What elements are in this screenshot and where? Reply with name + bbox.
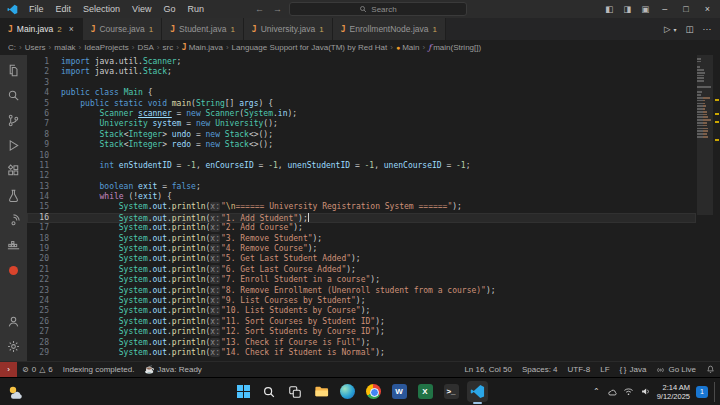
problems-indicator[interactable]: ⊘0 △6: [17, 362, 58, 377]
tray-chevron-up-icon[interactable]: ⌃: [593, 387, 600, 396]
code-line-24[interactable]: 24 System.out.println(x:"9. List Courses…: [27, 296, 696, 306]
explorer-icon[interactable]: [0, 58, 27, 83]
tab-enrollmentnode.java[interactable]: JEnrollmentNode.java1: [333, 18, 446, 40]
code-line-13[interactable]: 13 boolean exit = false;: [27, 182, 696, 192]
encoding[interactable]: UTF-8: [563, 362, 596, 377]
breadcrumb-item[interactable]: IdeaProjects: [84, 43, 128, 52]
account-icon[interactable]: [0, 309, 27, 334]
breadcrumb-item[interactable]: ƒmain(String[]): [428, 43, 481, 52]
breadcrumb-item[interactable]: C:: [8, 43, 16, 52]
global-search-input[interactable]: Search: [289, 2, 467, 16]
minimize-button[interactable]: –: [654, 0, 675, 18]
taskbar-start-icon[interactable]: [233, 381, 254, 402]
code-line-2[interactable]: 2import java.util.Stack;: [27, 67, 696, 77]
split-editor-icon[interactable]: ◫: [685, 24, 693, 34]
settings-icon[interactable]: [0, 334, 27, 359]
taskbar-word-icon[interactable]: W: [389, 381, 410, 402]
remote-indicator[interactable]: ›: [0, 362, 17, 377]
oracle-java-icon[interactable]: [0, 258, 27, 283]
cursor-position[interactable]: Ln 16, Col 50: [459, 362, 517, 377]
code-line-8[interactable]: 8 Stack<Integer> undo = new Stack<>();: [27, 130, 696, 140]
code-line-20[interactable]: 20 System.out.println(x:"5. Get Last Stu…: [27, 254, 696, 264]
taskbar-terminal-icon[interactable]: >_: [441, 381, 462, 402]
widgets-weather-icon[interactable]: [7, 384, 23, 400]
breadcrumb-item[interactable]: malak: [54, 43, 75, 52]
menu-view[interactable]: View: [126, 0, 157, 18]
toggle-panel-icon[interactable]: ◨: [618, 4, 636, 14]
code-line-19[interactable]: 19 System.out.println(x:"4. Remove Cours…: [27, 244, 696, 254]
show-desktop-button[interactable]: [714, 382, 717, 402]
breadcrumb-item[interactable]: ●Main: [396, 43, 420, 52]
code-line-3[interactable]: 3: [27, 78, 696, 88]
code-line-15[interactable]: 15 System.out.println(x:"\n====== Univer…: [27, 202, 696, 212]
run-dropdown-icon[interactable]: ▾: [673, 26, 676, 33]
taskbar-file-explorer-icon[interactable]: [311, 381, 332, 402]
code-line-4[interactable]: 4public class Main {: [27, 88, 696, 98]
minimap[interactable]: [697, 55, 713, 361]
eol-sequence[interactable]: LF: [595, 362, 614, 377]
customize-layout-icon[interactable]: ▣: [636, 4, 654, 14]
code-line-12[interactable]: 12: [27, 171, 696, 181]
code-line-27[interactable]: 27 System.out.println(x:"12. Sort Studen…: [27, 327, 696, 337]
testing-icon[interactable]: [0, 183, 27, 208]
remote-explorer-icon[interactable]: [0, 208, 27, 233]
maximize-button[interactable]: □: [675, 0, 696, 18]
nav-forward-icon[interactable]: →: [271, 4, 284, 14]
tab-university.java[interactable]: JUniversity.java1: [244, 18, 333, 40]
toggle-sidebar-icon[interactable]: ◧: [600, 4, 618, 14]
taskbar-edge-icon[interactable]: [337, 381, 358, 402]
code-line-28[interactable]: 28 System.out.println(x:"13. Check if Co…: [27, 338, 696, 348]
menu-edit[interactable]: Edit: [50, 0, 78, 18]
breadcrumb-item[interactable]: Users: [25, 43, 46, 52]
code-line-17[interactable]: 17 System.out.println(x:"2. Add Course")…: [27, 223, 696, 233]
code-line-29[interactable]: 29 System.out.println(x:"14. Check if St…: [27, 348, 696, 358]
extensions-icon[interactable]: [0, 158, 27, 183]
code-area[interactable]: 1import java.util.Scanner;2import java.u…: [27, 55, 696, 361]
tab-main.java[interactable]: JMain.java2×: [0, 18, 83, 40]
go-live-button[interactable]: Go Live: [651, 362, 701, 377]
menu-selection[interactable]: Selection: [77, 0, 126, 18]
breadcrumb-item[interactable]: JMain.java: [182, 43, 223, 52]
code-line-14[interactable]: 14 while (!exit) {: [27, 192, 696, 202]
menu-go[interactable]: Go: [157, 0, 181, 18]
menu-file[interactable]: File: [23, 0, 50, 18]
menu-run[interactable]: Run: [181, 0, 210, 18]
wifi-icon[interactable]: [623, 386, 634, 397]
code-line-7[interactable]: 7 University system = new University();: [27, 119, 696, 129]
notifications-bell[interactable]: [701, 362, 720, 377]
code-line-18[interactable]: 18 System.out.println(x:"3. Remove Stude…: [27, 234, 696, 244]
code-line-23[interactable]: 23 System.out.println(x:"8. Remove Enrol…: [27, 286, 696, 296]
docker-icon[interactable]: [0, 233, 27, 258]
breadcrumb-item[interactable]: Language Support for Java(TM) by Red Hat: [232, 43, 388, 52]
code-line-21[interactable]: 21 System.out.println(x:"6. Get Last Cou…: [27, 265, 696, 275]
language-mode[interactable]: { }Java: [615, 362, 652, 377]
close-button[interactable]: ×: [697, 0, 716, 18]
taskbar-clock[interactable]: 2:14 AM 9/12/2025: [657, 383, 690, 401]
nav-back-icon[interactable]: ←: [253, 4, 266, 14]
notification-count-badge[interactable]: 1: [696, 386, 708, 398]
tab-student.java[interactable]: JStudent.java1: [162, 18, 244, 40]
code-line-6[interactable]: 6 Scanner scanner = new Scanner(System.i…: [27, 109, 696, 119]
java-status[interactable]: ☕Java: Ready: [139, 362, 206, 377]
more-actions-icon[interactable]: ⋯: [703, 24, 712, 34]
taskbar-task-view-icon[interactable]: [285, 381, 306, 402]
taskbar-chrome-icon[interactable]: [363, 381, 384, 402]
search-icon[interactable]: [0, 83, 27, 108]
breadcrumb-item[interactable]: DSA: [137, 43, 153, 52]
code-line-26[interactable]: 26 System.out.println(x:"11. Sort Course…: [27, 317, 696, 327]
run-button[interactable]: ▷: [664, 24, 671, 34]
code-line-9[interactable]: 9 Stack<Integer> redo = new Stack<>();: [27, 140, 696, 150]
code-line-5[interactable]: 5 public static void main(String[] args)…: [27, 99, 696, 109]
indentation[interactable]: Spaces: 4: [517, 362, 563, 377]
code-line-11[interactable]: 11 int enStudentID = -1, enCourseID = -1…: [27, 161, 696, 171]
source-control-icon[interactable]: [0, 108, 27, 133]
close-tab-icon[interactable]: ×: [69, 24, 74, 34]
taskbar-vscode-icon[interactable]: [467, 381, 488, 402]
taskbar-search-icon[interactable]: [259, 381, 280, 402]
code-line-25[interactable]: 25 System.out.println(x:"10. List Studen…: [27, 306, 696, 316]
code-line-10[interactable]: 10: [27, 151, 696, 161]
volume-icon[interactable]: [640, 386, 651, 397]
tab-course.java[interactable]: JCourse.java1: [83, 18, 163, 40]
code-line-1[interactable]: 1import java.util.Scanner;: [27, 57, 696, 67]
code-line-22[interactable]: 22 System.out.println(x:"7. Enroll Stude…: [27, 275, 696, 285]
